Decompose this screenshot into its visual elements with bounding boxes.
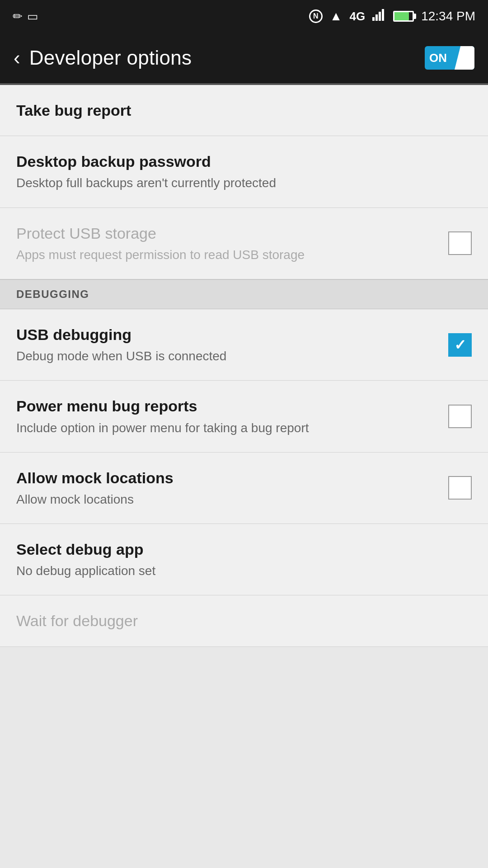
settings-item-content: Allow mock locationsAllow mock locations (16, 468, 448, 508)
settings-item-subtitle: Allow mock locations (16, 491, 439, 508)
settings-item-content: Power menu bug reportsInclude option in … (16, 396, 448, 436)
4g-icon: 4G (349, 9, 365, 24)
settings-item-content: USB debuggingDebug mode when USB is conn… (16, 325, 448, 365)
settings-item-content: Protect USB storageApps must request per… (16, 223, 448, 264)
settings-item-title: Take bug report (16, 100, 463, 120)
section-header-label: DEBUGGING (16, 288, 89, 300)
settings-item-title: Desktop backup password (16, 151, 463, 171)
svg-rect-0 (372, 17, 375, 21)
status-bar: ✏ ▭ N ▲ 4G 12:34 PM (0, 0, 488, 33)
edit-icon: ✏ (13, 9, 23, 24)
settings-item[interactable]: Power menu bug reportsInclude option in … (0, 381, 488, 452)
checkbox[interactable] (448, 231, 472, 255)
settings-item[interactable]: Allow mock locationsAllow mock locations (0, 453, 488, 524)
settings-item-title: Protect USB storage (16, 223, 439, 243)
settings-item[interactable]: Select debug appNo debug application set (0, 524, 488, 595)
sim-icon: ▭ (27, 9, 38, 24)
settings-item-content: Desktop backup passwordDesktop full back… (16, 151, 472, 192)
settings-item-subtitle: Debug mode when USB is connected (16, 347, 439, 365)
settings-item-subtitle: No debug application set (16, 562, 463, 580)
svg-rect-1 (375, 14, 378, 21)
settings-item-subtitle: Include option in power menu for taking … (16, 419, 439, 437)
settings-item-content: Select debug appNo debug application set (16, 539, 472, 580)
back-button[interactable]: ‹ (14, 48, 20, 68)
app-bar-left: ‹ Developer options (14, 47, 192, 69)
toggle-knob (455, 46, 474, 70)
checkbox[interactable] (448, 333, 472, 357)
svg-rect-2 (379, 12, 381, 21)
settings-item[interactable]: Take bug report (0, 85, 488, 136)
settings-item[interactable]: Protect USB storageApps must request per… (0, 208, 488, 279)
status-right-icons: N ▲ 4G 12:34 PM (309, 9, 475, 24)
settings-item[interactable]: Wait for debugger (0, 595, 488, 646)
settings-item-title: Select debug app (16, 539, 463, 559)
section-header-debugging: DEBUGGING (0, 279, 488, 309)
settings-item-title: USB debugging (16, 325, 439, 344)
settings-item-content: Wait for debugger (16, 611, 472, 631)
checkbox[interactable] (448, 405, 472, 428)
status-time: 12:34 PM (421, 9, 475, 24)
status-left-icons: ✏ ▭ (13, 9, 38, 24)
settings-item-title: Wait for debugger (16, 611, 463, 631)
developer-options-toggle[interactable]: ON (425, 46, 474, 70)
app-bar: ‹ Developer options ON (0, 33, 488, 83)
toggle-label: ON (429, 51, 447, 65)
settings-item-subtitle: Apps must request permission to read USB… (16, 246, 439, 264)
settings-item-title: Allow mock locations (16, 468, 439, 488)
settings-item[interactable]: USB debuggingDebug mode when USB is conn… (0, 309, 488, 381)
settings-item[interactable]: Desktop backup passwordDesktop full back… (0, 136, 488, 208)
page-title: Developer options (29, 47, 192, 69)
signal-bars-icon (372, 9, 386, 24)
settings-item-title: Power menu bug reports (16, 396, 439, 416)
checkbox[interactable] (448, 476, 472, 500)
settings-item-subtitle: Desktop full backups aren't currently pr… (16, 174, 463, 192)
svg-rect-3 (382, 9, 384, 21)
settings-list: Take bug reportDesktop backup passwordDe… (0, 85, 488, 647)
nfc-icon: N (309, 9, 323, 23)
settings-item-content: Take bug report (16, 100, 472, 120)
wifi-icon: ▲ (330, 9, 343, 24)
battery-icon (393, 11, 414, 22)
